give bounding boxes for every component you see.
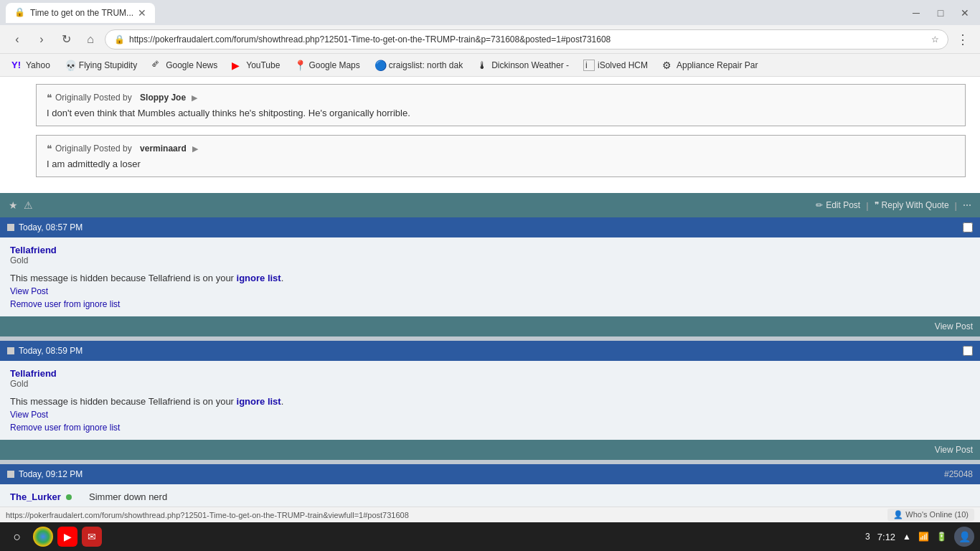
reload-button[interactable]: ↻ [56, 29, 76, 50]
quote-icon-1: ❝ [47, 92, 52, 103]
post-2-hidden-prefix: This message is hidden because Tellafrie… [10, 396, 237, 407]
forward-button[interactable]: › [32, 29, 52, 50]
post-3: Today, 09:12 PM #25048 The_Lurker Simmer… [0, 464, 980, 507]
bookmark-craigslist[interactable]: 🔵 craigslist: north dak [369, 57, 468, 73]
dickinson-weather-icon: 🌡 [477, 60, 489, 71]
quote-view-icon-2[interactable]: ▶ [192, 144, 198, 154]
post-2-footer-view-post[interactable]: View Post [935, 445, 973, 455]
post-1: Today, 08:57 PM Tellafriend Gold This me… [0, 217, 980, 336]
bookmark-google-maps[interactable]: 📍 Google Maps [288, 57, 365, 73]
bookmark-dickinson-weather-label: Dickinson Weather - [491, 60, 569, 70]
post-2-view-post-link[interactable]: View Post [10, 410, 970, 420]
status-right: 👤 Who's Online (10) [887, 509, 974, 521]
bookmark-google-news-label: Google News [166, 60, 217, 70]
post-1-body: Tellafriend Gold This message is hidden … [0, 237, 980, 316]
post-1-footer-view-post[interactable]: View Post [935, 321, 973, 331]
post-2-footer: View Post [0, 440, 980, 460]
post-2-rank: Gold [10, 379, 970, 389]
post-1-ignore-link[interactable]: ignore list [237, 273, 281, 283]
post-3-number: #25048 [944, 469, 973, 479]
bookmark-dickinson-weather[interactable]: 🌡 Dickinson Weather - [471, 57, 575, 73]
reply-quote-label: Reply With Quote [882, 200, 949, 210]
post-2-header: Today, 08:59 PM [0, 341, 980, 361]
title-bar: 🔒 Time to get on the TRUM... ✕ ─ □ ✕ [0, 0, 980, 25]
tab-favicon: 🔒 [14, 7, 26, 19]
post-3-online-indicator [66, 494, 72, 500]
maximize-button[interactable]: □ [931, 4, 950, 22]
quote-body-1: I don't even think that Mumbles actually… [47, 108, 955, 118]
reply-quote-button[interactable]: ❞ Reply With Quote [875, 200, 949, 210]
post-3-time: Today, 09:12 PM [19, 469, 83, 479]
bookmark-yahoo[interactable]: Y! Yahoo [6, 57, 56, 73]
post-1-new-icon [7, 224, 14, 231]
tab-close-button[interactable]: ✕ [138, 7, 146, 19]
bookmark-google-news[interactable]: 🗞 Google News [146, 57, 223, 73]
youtube-taskbar-button[interactable]: ▶ [57, 527, 77, 547]
close-button[interactable]: ✕ [956, 4, 974, 22]
mail-taskbar-button[interactable]: ✉ [82, 527, 102, 547]
chrome-launcher-button[interactable]: ○ [6, 525, 29, 548]
post-1-footer: View Post [0, 316, 980, 336]
post-2-checkbox[interactable] [963, 346, 973, 356]
bookmark-youtube[interactable]: ▶ YouTube [226, 57, 286, 73]
post-2-remove-ignore-link[interactable]: Remove user from ignore list [10, 423, 970, 433]
post-2-time: Today, 08:59 PM [19, 346, 83, 356]
post-2-author[interactable]: Tellafriend [10, 368, 970, 379]
home-button[interactable]: ⌂ [80, 29, 100, 50]
chrome-menu-button[interactable]: ⋮ [953, 29, 973, 50]
bookmark-yahoo-label: Yahoo [26, 60, 50, 70]
address-bar: ‹ › ↻ ⌂ 🔒 https://pokerfraudalert.com/fo… [0, 25, 980, 54]
whos-online-button[interactable]: 👤 Who's Online (10) [887, 509, 974, 521]
post-1-message: This message is hidden because Tellafrie… [10, 273, 970, 283]
post-3-author[interactable]: The_Lurker [10, 491, 61, 502]
star-icon[interactable]: ★ [9, 199, 18, 211]
quote-block-2: ❝ Originally Posted by verminaard ▶ I am… [36, 135, 966, 177]
post-1-checkbox[interactable] [963, 222, 973, 232]
post-3-body: The_Lurker Simmer down nerd [0, 484, 980, 507]
reply-icon: ❞ [875, 200, 879, 210]
post-2-ignore-link[interactable]: ignore list [237, 396, 281, 407]
google-news-icon: 🗞 [151, 60, 163, 71]
quote-label-2: Originally Posted by [55, 143, 132, 154]
post-1-hidden-suffix: . [281, 273, 284, 283]
quote-header-2: ❝ Originally Posted by verminaard ▶ [47, 143, 955, 154]
post-2-body: Tellafriend Gold This message is hidden … [0, 361, 980, 440]
address-input[interactable]: 🔒 https://pokerfraudalert.com/forum/show… [105, 29, 948, 50]
back-button[interactable]: ‹ [7, 29, 27, 50]
bookmark-flying-stupidity[interactable]: 💀 Flying Stupidity [59, 57, 143, 73]
post-2: Today, 08:59 PM Tellafriend Gold This me… [0, 341, 980, 460]
minimize-button[interactable]: ─ [907, 4, 925, 22]
post-1-remove-ignore-link[interactable]: Remove user from ignore list [10, 299, 970, 309]
more-button[interactable]: ⋯ [963, 200, 971, 210]
post-1-view-post-link[interactable]: View Post [10, 286, 970, 296]
yahoo-icon: Y! [11, 60, 23, 71]
google-maps-icon: 📍 [294, 60, 306, 71]
status-url: https://pokerfraudalert.com/forum/showth… [6, 511, 887, 519]
flag-icon[interactable]: ⚠ [24, 199, 33, 211]
post-1-rank: Gold [10, 255, 970, 265]
bookmark-appliance-label: Appliance Repair Par [677, 60, 758, 70]
post-3-header: Today, 09:12 PM #25048 [0, 464, 980, 484]
isolved-icon: i [583, 60, 595, 71]
taskbar-time: 7:12 [877, 532, 895, 542]
bookmark-youtube-label: YouTube [246, 60, 280, 70]
taskbar-count: 3 [865, 532, 870, 542]
edit-post-button[interactable]: ✏ Edit Post [816, 200, 860, 210]
secure-icon: 🔒 [114, 34, 125, 44]
post-1-author[interactable]: Tellafriend [10, 245, 970, 255]
battery-icon: 🔋 [936, 532, 947, 542]
active-tab[interactable]: 🔒 Time to get on the TRUM... ✕ [6, 3, 155, 23]
quote-view-icon-1[interactable]: ▶ [192, 93, 197, 103]
quote-header-1: ❝ Originally Posted by Sloppy Joe ▶ [47, 92, 955, 103]
taskbar: ○ ▶ ✉ 3 7:12 ▲ 📶 🔋 👤 [0, 522, 980, 551]
bookmark-star-icon[interactable]: ☆ [931, 34, 939, 44]
toolbar-sep-2: | [955, 200, 957, 211]
post-3-new-icon [7, 471, 14, 478]
user-icon: 👤 [954, 527, 974, 547]
bookmark-isolved[interactable]: i iSolved HCM [578, 57, 654, 73]
post-2-message: This message is hidden because Tellafrie… [10, 396, 970, 407]
whos-online-icon: 👤 [893, 510, 903, 519]
bookmark-appliance[interactable]: ⚙ Appliance Repair Par [656, 57, 763, 73]
craigslist-icon: 🔵 [374, 60, 386, 71]
chrome-taskbar-button[interactable] [33, 527, 53, 547]
